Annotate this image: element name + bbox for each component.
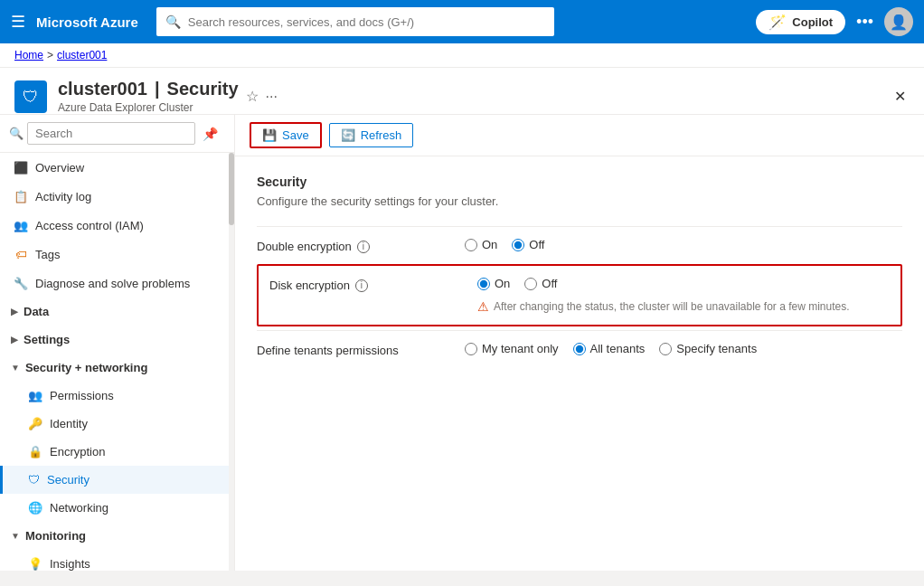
double-encryption-off-radio[interactable]	[512, 239, 524, 251]
breadcrumb-sep: >	[47, 49, 53, 61]
tenants-permissions-controls: My tenant only All tenants Specify tenan…	[465, 342, 757, 355]
specify-tenants-option[interactable]: Specify tenants	[659, 342, 757, 355]
top-navigation: ☰ Microsoft Azure 🔍 🪄 Copilot ••• 👤	[0, 0, 924, 43]
chevron-right-icon: ▶	[11, 307, 18, 317]
copilot-icon: 🪄	[768, 14, 787, 31]
disk-encryption-off-radio[interactable]	[524, 278, 537, 290]
disk-encryption-on-radio[interactable]	[477, 278, 490, 290]
sidebar-scroll: ⬛ Overview 📋 Activity log 👥 Access contr…	[0, 153, 234, 571]
main-layout: 🔍 📌 《 ⬛ Overview 📋 Activity log 👥 Access…	[0, 115, 924, 571]
search-icon: 🔍	[165, 14, 181, 29]
resource-icon: 🛡	[14, 80, 47, 113]
resource-name: cluster001	[58, 79, 147, 99]
identity-icon: 🔑	[28, 417, 42, 430]
sidebar-item-label: Diagnose and solve problems	[35, 277, 190, 290]
sidebar-item-insights[interactable]: 💡 Insights	[0, 550, 234, 571]
sidebar-item-security[interactable]: 🛡 Security	[0, 466, 234, 494]
chevron-right-icon: ▶	[11, 335, 18, 345]
double-encryption-on-option[interactable]: On	[465, 238, 497, 251]
breadcrumb-cluster[interactable]: cluster001	[57, 49, 107, 61]
sidebar-scrollbar-thumb[interactable]	[229, 153, 234, 225]
close-button[interactable]: ✕	[891, 84, 910, 109]
nav-right: 🪄 Copilot ••• 👤	[756, 7, 913, 36]
double-encryption-controls: On Off	[465, 238, 544, 251]
all-tenants-option[interactable]: All tenants	[573, 342, 646, 355]
specify-tenants-radio[interactable]	[659, 343, 672, 355]
sidebar-item-label: Identity	[50, 417, 88, 430]
sidebar-item-label: Networking	[50, 501, 108, 515]
sidebar-item-label: Tags	[35, 248, 60, 261]
avatar[interactable]: 👤	[884, 7, 913, 36]
copilot-button[interactable]: 🪄 Copilot	[756, 10, 845, 34]
breadcrumb: Home > cluster001	[0, 43, 924, 68]
section-label: Security + networking	[25, 361, 147, 374]
all-tenants-radio[interactable]	[573, 343, 586, 355]
more-options-button[interactable]: •••	[856, 13, 873, 32]
sidebar-search-input[interactable]	[27, 122, 195, 145]
sidebar-section-monitoring[interactable]: ▼ Monitoring	[0, 522, 234, 550]
disk-encryption-off-option[interactable]: Off	[524, 277, 557, 290]
warning-icon: ⚠	[477, 299, 489, 314]
favorite-star-icon[interactable]: ☆	[246, 88, 259, 105]
tenants-radio-group: My tenant only All tenants Specify tenan…	[465, 342, 757, 355]
section-label: Data	[24, 305, 49, 318]
sidebar-item-label: Insights	[50, 557, 90, 571]
header-separator: |	[155, 79, 160, 99]
page-header: 🛡 cluster001 | Security Azure Data Explo…	[0, 68, 924, 115]
disk-encryption-highlighted: Disk encryption i On Off	[257, 264, 902, 326]
sidebar-item-permissions[interactable]: 👥 Permissions	[0, 382, 234, 410]
sidebar-section-data[interactable]: ▶ Data	[0, 298, 234, 326]
brand-name: Microsoft Azure	[36, 14, 138, 30]
disk-encryption-row: Disk encryption i On Off	[259, 268, 900, 323]
my-tenant-radio[interactable]	[465, 343, 477, 355]
sidebar-item-activity-log[interactable]: 📋 Activity log	[0, 182, 234, 211]
refresh-icon: 🔄	[341, 128, 355, 142]
double-encryption-info-icon[interactable]: i	[357, 241, 370, 253]
double-encryption-on-radio[interactable]	[465, 239, 477, 251]
header-more-icon[interactable]: ···	[266, 89, 278, 105]
save-button[interactable]: 💾 Save	[250, 122, 322, 148]
breadcrumb-home[interactable]: Home	[14, 49, 43, 61]
disk-encryption-on-option[interactable]: On	[477, 277, 510, 290]
save-icon: 💾	[262, 128, 277, 142]
sidebar-item-label: Encryption	[50, 445, 105, 458]
sidebar-item-label: Activity log	[35, 190, 91, 203]
chevron-down-icon: ▼	[11, 531, 20, 541]
refresh-button[interactable]: 🔄 Refresh	[329, 123, 414, 147]
sidebar-scrollbar-track	[229, 153, 234, 571]
my-tenant-only-option[interactable]: My tenant only	[465, 342, 559, 355]
sidebar-item-tags[interactable]: 🏷 Tags	[0, 240, 234, 269]
content-area: 💾 Save 🔄 Refresh Security Configure the …	[235, 115, 924, 571]
sidebar-item-label: Access control (IAM)	[35, 219, 144, 232]
hamburger-menu[interactable]: ☰	[11, 12, 25, 32]
double-encryption-off-option[interactable]: Off	[512, 238, 544, 251]
sidebar-item-networking[interactable]: 🌐 Networking	[0, 494, 234, 522]
double-encryption-radio-group: On Off	[465, 238, 544, 251]
sidebar-item-identity[interactable]: 🔑 Identity	[0, 410, 234, 438]
section-title: Security	[257, 175, 902, 189]
sidebar-pin-button[interactable]: 📌	[199, 125, 222, 143]
permissions-icon: 👥	[28, 389, 42, 402]
sidebar-item-access-control[interactable]: 👥 Access control (IAM)	[0, 211, 234, 240]
sidebar-collapse-button[interactable]: 《	[225, 124, 235, 144]
sidebar-item-label: Overview	[35, 161, 84, 175]
copilot-label: Copilot	[792, 15, 833, 29]
global-search-input[interactable]	[188, 15, 545, 29]
save-label: Save	[282, 128, 309, 142]
disk-encryption-info-icon[interactable]: i	[355, 279, 368, 292]
sidebar-item-label: Security	[47, 473, 90, 487]
sidebar-section-settings[interactable]: ▶ Settings	[0, 326, 234, 354]
section-label: Settings	[24, 333, 70, 346]
sidebar-item-encryption[interactable]: 🔒 Encryption	[0, 438, 234, 466]
sidebar-item-diagnose[interactable]: 🔧 Diagnose and solve problems	[0, 269, 234, 298]
sidebar-item-label: Permissions	[50, 389, 114, 402]
networking-icon: 🌐	[28, 501, 42, 515]
sidebar-search-icon: 🔍	[9, 127, 24, 140]
sidebar-section-security-networking[interactable]: ▼ Security + networking	[0, 354, 234, 382]
tags-icon: 🏷	[14, 247, 28, 261]
sidebar-item-overview[interactable]: ⬛ Overview	[0, 153, 234, 182]
tenants-permissions-label: Define tenants permissions	[257, 342, 465, 357]
refresh-label: Refresh	[361, 128, 402, 142]
tenants-permissions-row: Define tenants permissions My tenant onl…	[257, 330, 902, 368]
global-search-bar: 🔍	[156, 7, 554, 36]
